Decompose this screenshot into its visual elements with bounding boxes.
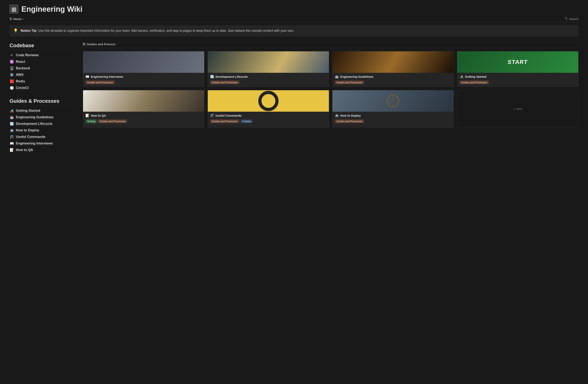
sidebar-item[interactable]: ❄️AWS	[10, 72, 71, 78]
tag: Codeba	[240, 119, 253, 123]
tag: Guides and Processes	[335, 119, 364, 123]
sidebar-item-icon: ⚛️	[10, 60, 14, 64]
gallery-card[interactable]: 🔄Development LifecycleGuides and Process…	[208, 51, 329, 87]
card-title-text: Useful Commands	[215, 114, 242, 117]
card-title-text: Getting Started	[465, 75, 486, 78]
tip-callout: 💡 Notion Tip: Use this template to organ…	[10, 25, 578, 37]
card-icon: 🚢	[335, 114, 339, 117]
sidebar-item-icon: 🤖	[10, 115, 14, 119]
view-tab-label: Home	[13, 17, 21, 21]
chevron-down-icon: ▾	[23, 18, 24, 20]
sidebar-item-label: Backend	[16, 66, 30, 70]
plus-icon: +	[513, 107, 515, 111]
sidebar-item[interactable]: 🤖Engineering Guidelines	[10, 114, 71, 121]
card-title-text: How to Deploy	[340, 114, 361, 117]
sidebar-item[interactable]: 🔄Development Lifecycle	[10, 121, 71, 127]
card-cover-image	[457, 51, 578, 73]
sidebar-item-label: Engineering Interviews	[16, 141, 53, 145]
sidebar-item-label: Development Lifecycle	[16, 122, 52, 126]
sidebar-item-icon: 🔄	[10, 122, 14, 126]
sidebar-item-icon: 📝	[10, 148, 14, 152]
sidebar-item-label: Useful Commands	[16, 135, 45, 139]
list-icon: ☰	[10, 17, 12, 21]
page-header: ▦ Engineering Wiki	[10, 5, 578, 14]
search-icon	[565, 17, 568, 21]
sidebar-item-label: Redis	[16, 79, 25, 83]
page-title: Engineering Wiki	[21, 5, 83, 14]
sidebar-item[interactable]: ⚪CircleCI	[10, 85, 71, 91]
sidebar-item[interactable]: 🚜Getting Started	[10, 108, 71, 114]
sidebar-item-icon: 🖥️	[10, 66, 14, 70]
card-cover-image	[333, 90, 454, 112]
card-title: 🚜Getting Started	[460, 75, 576, 79]
card-title: 🛠️Useful Commands	[210, 114, 327, 117]
tag: Guides and Processes	[335, 81, 364, 84]
sidebar-item[interactable]: 🖥️Backend	[10, 65, 71, 72]
sidebar-item-label: CircleCI	[16, 86, 29, 90]
gallery-card[interactable]: 🛠️Useful CommandsGuides and ProcessesCod…	[208, 90, 329, 128]
tip-body: Use this template to organize important …	[38, 29, 294, 32]
tag: Testing	[85, 119, 97, 123]
gallery-card[interactable]: 🤖Engineering GuidelinesGuides and Proces…	[332, 51, 454, 87]
sidebar-item-icon: 🚜	[10, 109, 14, 113]
sidebar-item-icon: ❄️	[10, 73, 14, 77]
card-tags: Guides and Processes	[210, 81, 327, 84]
sidebar-item[interactable]: 🛠️Useful Commands	[10, 134, 71, 140]
card-title-text: Development Lifecycle	[215, 75, 248, 78]
tip-text: Notion Tip: Use this template to organiz…	[21, 28, 294, 33]
sidebar-item[interactable]: 📝How to QA	[10, 147, 71, 153]
tag: Guides and Processes	[85, 81, 115, 84]
tag: Guides and Processes	[460, 81, 489, 84]
card-icon: 🔄	[210, 75, 214, 79]
sidebar-item-label: AWS	[16, 73, 23, 77]
card-cover-image	[83, 90, 204, 112]
card-cover-image	[208, 51, 329, 73]
gallery-grid: 📖Engineering InterviewsGuides and Proces…	[83, 51, 578, 128]
sidebar-item-icon: 🚢	[10, 128, 14, 133]
sidebar-item-label: Getting Started	[16, 109, 40, 113]
lightbulb-icon: 💡	[14, 28, 18, 33]
svg-point-0	[566, 18, 567, 19]
gallery-card[interactable]: 🚜Getting StartedGuides and Processes	[457, 51, 578, 87]
view-bar: ☰ Home ▾ Search	[10, 17, 578, 23]
sidebar-section-heading: Guides & Processes	[10, 98, 71, 106]
card-tags: TestingGuides and Processes	[85, 119, 202, 123]
sidebar-item-icon: 📖	[10, 141, 14, 146]
card-title-text: How to QA	[91, 114, 106, 117]
tag: Guides and Processes	[210, 81, 239, 84]
card-cover-image	[83, 51, 204, 73]
sidebar-item[interactable]: 🟥Redis	[10, 78, 71, 85]
card-icon: 🛠️	[210, 114, 214, 117]
card-title: 🔄Development Lifecycle	[210, 75, 327, 79]
card-tags: Guides and Processes	[460, 81, 576, 84]
new-card-button[interactable]: +New	[457, 90, 578, 128]
gallery-tab-label: Guides and Process	[87, 43, 115, 46]
card-tags: Guides and Processes	[335, 119, 451, 123]
card-title: 🤖Engineering Guidelines	[335, 75, 451, 79]
sidebar-item-label: React	[16, 60, 25, 64]
gallery-tab[interactable]: Guides and Process	[83, 43, 578, 48]
sidebar-item[interactable]: ✓Code Reviews	[10, 52, 71, 59]
tag: Guides and Processes	[210, 119, 239, 123]
card-tags: Guides and Processes	[335, 81, 451, 84]
search-button[interactable]: Search	[565, 17, 578, 21]
gallery-card[interactable]: 🚢How to DeployGuides and Processes	[332, 90, 454, 128]
card-title-text: Engineering Guidelines	[340, 75, 374, 78]
sidebar-section-heading: Codebase	[10, 43, 71, 50]
svg-line-1	[567, 19, 567, 20]
card-icon: 📖	[85, 75, 89, 79]
view-tab-home[interactable]: ☰ Home ▾	[10, 17, 24, 21]
sidebar-item[interactable]: 📖Engineering Interviews	[10, 140, 71, 147]
card-tags: Guides and Processes	[85, 81, 202, 84]
gallery-icon	[83, 43, 85, 45]
gallery-card[interactable]: 📝How to QATestingGuides and Processes	[83, 90, 204, 128]
sidebar-item[interactable]: 🚢How to Deploy	[10, 127, 71, 134]
card-tags: Guides and ProcessesCodeba	[210, 119, 327, 123]
sidebar: Codebase✓Code Reviews⚛️React🖥️Backend❄️A…	[10, 43, 71, 160]
sidebar-item[interactable]: ⚛️React	[10, 59, 71, 65]
page-icon[interactable]: ▦	[10, 5, 18, 14]
sidebar-item-label: Engineering Guidelines	[16, 115, 54, 119]
tip-lead: Notion Tip:	[21, 29, 37, 32]
gallery-card[interactable]: 📖Engineering InterviewsGuides and Proces…	[83, 51, 204, 87]
card-icon: 🚜	[460, 75, 463, 79]
